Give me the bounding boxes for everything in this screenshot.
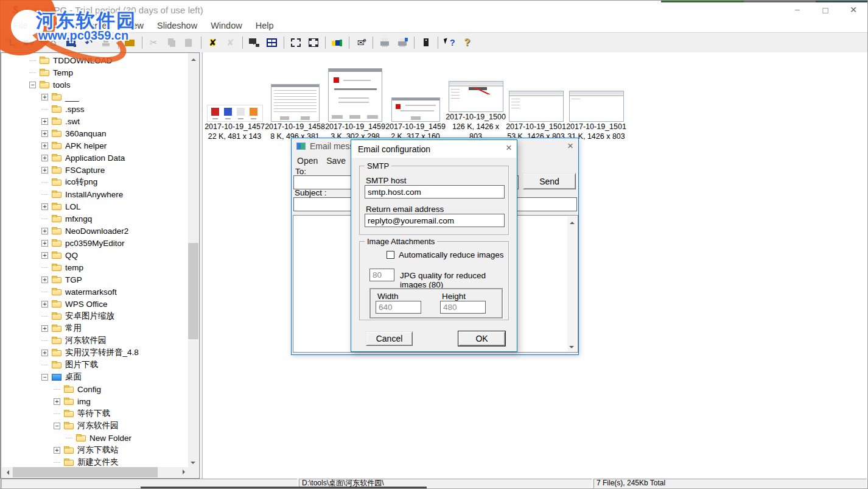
tree-horizontal-scrollbar[interactable]	[2, 467, 188, 477]
tree-item[interactable]: Temp	[2, 66, 187, 79]
tree-item[interactable]: .swt	[2, 115, 187, 127]
tree-item[interactable]: Config	[2, 383, 187, 395]
email-menu-item[interactable]: Open	[293, 156, 322, 166]
toolbar-button[interactable]	[122, 35, 138, 51]
tree-vertical-scrollbar[interactable]	[188, 53, 198, 467]
maximize-button[interactable]	[811, 1, 839, 19]
tree-toggle-icon[interactable]	[41, 130, 48, 137]
tree-item[interactable]: 河东下载站	[2, 444, 187, 456]
tree-toggle-icon[interactable]	[41, 289, 48, 295]
scroll-left-icon[interactable]	[4, 470, 9, 475]
tree-item[interactable]: img	[2, 395, 187, 407]
toolbar-button[interactable]	[441, 35, 458, 51]
tree-item[interactable]: QQ	[2, 249, 187, 261]
tree-toggle-icon[interactable]	[41, 252, 48, 259]
tree-item[interactable]: WPS Office	[2, 298, 187, 310]
toolbar-button[interactable]	[222, 35, 239, 51]
tree-item[interactable]: 等待下载	[2, 407, 187, 420]
tree-toggle-icon[interactable]	[41, 374, 48, 381]
toolbar-button[interactable]	[287, 35, 304, 51]
email-menu-item[interactable]: Save	[322, 156, 350, 166]
scroll-down-icon[interactable]	[191, 462, 195, 466]
tree-item[interactable]: 新建文件夹	[2, 456, 187, 466]
tree-toggle-icon[interactable]	[41, 325, 48, 332]
tree-toggle-icon[interactable]	[41, 94, 48, 100]
toolbar-button[interactable]	[80, 35, 97, 51]
toolbar-button[interactable]	[145, 35, 162, 51]
tree-item[interactable]: ico转png	[2, 176, 187, 188]
toolbar-button[interactable]	[163, 35, 180, 51]
tree-item[interactable]: New Folder	[2, 432, 187, 444]
tree-toggle-icon[interactable]	[41, 240, 48, 247]
toolbar-button[interactable]	[205, 35, 221, 51]
tree-item[interactable]: NeoDownloader2	[2, 225, 187, 237]
tree-item[interactable]: mfxngq	[2, 213, 187, 225]
tree-item[interactable]: 图片下载	[2, 359, 187, 371]
tree-toggle-icon[interactable]	[54, 447, 60, 454]
tree-toggle-icon[interactable]	[41, 118, 48, 125]
tree-toggle-icon[interactable]	[66, 435, 72, 442]
tree-item[interactable]: watermarksoft	[2, 286, 187, 298]
close-icon[interactable]: ×	[506, 142, 512, 154]
thumbnail-item[interactable]: 2017-10-19_1459 2 K, 317 x 160	[385, 66, 446, 141]
scrollbar-thumb[interactable]	[188, 243, 198, 339]
tree-item[interactable]: 桌面	[2, 371, 187, 383]
scroll-right-icon[interactable]	[183, 470, 187, 474]
toolbar-button[interactable]	[459, 35, 475, 51]
tree-toggle-icon[interactable]	[41, 228, 48, 234]
tree-toggle-icon[interactable]	[41, 167, 48, 174]
tree-item[interactable]: pc0359MyEditor	[2, 237, 187, 249]
ok-button[interactable]: OK	[458, 331, 505, 346]
thumbnail-item[interactable]: 2017-10-19_1457 22 K, 481 x 143	[205, 66, 265, 141]
tree-item[interactable]: temp	[2, 261, 187, 273]
close-icon[interactable]: ×	[567, 140, 573, 152]
toolbar-button[interactable]	[376, 35, 393, 51]
thumbnail-item[interactable]: 2017-10-19_1500 126 K, 868 x 489	[446, 56, 506, 141]
thumbnail-item[interactable]: 2017-10-19_1458 8 K, 496 x 381	[265, 66, 325, 141]
tree-toggle-icon[interactable]	[41, 106, 48, 113]
toolbar-button[interactable]	[21, 35, 38, 51]
toolbar-button[interactable]	[394, 35, 410, 51]
menu-item[interactable]: View	[118, 21, 150, 30]
tree-toggle-icon[interactable]	[41, 191, 48, 198]
width-input[interactable]	[376, 301, 421, 314]
tree-item[interactable]: TGP	[2, 273, 187, 286]
tree-item[interactable]: 实用汉字转拼音_4.8	[2, 347, 187, 359]
scroll-up-icon[interactable]	[191, 56, 196, 61]
minimize-button[interactable]	[783, 1, 811, 19]
menu-item[interactable]: Slideshow	[150, 21, 204, 30]
tree-toggle-icon[interactable]	[41, 313, 48, 320]
thumbnail-item[interactable]: 2017-10-19_1501 53 K, 868 x 489	[506, 66, 566, 141]
tree-item[interactable]: InstallAnywhere	[2, 188, 187, 200]
smtp-host-input[interactable]	[365, 185, 505, 199]
toolbar-button[interactable]	[246, 35, 262, 51]
close-button[interactable]	[839, 1, 867, 19]
tree-item[interactable]: 河东软件园	[2, 420, 187, 432]
toolbar-button[interactable]	[63, 35, 79, 51]
tree-item[interactable]: TDDOWNLOAD	[2, 54, 187, 66]
menu-item[interactable]: Favorites	[68, 21, 118, 30]
tree-toggle-icon[interactable]	[41, 337, 48, 344]
tree-toggle-icon[interactable]	[41, 350, 48, 356]
tree-toggle-icon[interactable]	[41, 216, 48, 222]
tree-toggle-icon[interactable]	[29, 57, 36, 64]
thumbnail-item[interactable]: 2017-10-19_1459 3 K, 302 x 298	[325, 66, 385, 141]
tree-toggle-icon[interactable]	[41, 276, 48, 283]
menu-item[interactable]: Window	[204, 21, 249, 30]
menu-item[interactable]: File	[7, 21, 34, 30]
tree-toggle-icon[interactable]	[41, 179, 48, 186]
tree-toggle-icon[interactable]	[54, 386, 60, 393]
tree-toggle-icon[interactable]	[41, 155, 48, 161]
toolbar-button[interactable]	[98, 35, 114, 51]
tree-item[interactable]: .spss	[2, 103, 187, 115]
toolbar-button[interactable]	[4, 35, 20, 51]
toolbar-button[interactable]	[181, 35, 197, 51]
tree-item[interactable]: ___	[2, 91, 187, 103]
tree-item[interactable]: 河东软件园	[2, 334, 187, 347]
tree-item[interactable]: 常用	[2, 322, 187, 334]
tree-toggle-icon[interactable]	[41, 301, 48, 308]
tree-toggle-icon[interactable]	[54, 459, 60, 466]
toolbar-button[interactable]	[305, 35, 321, 51]
tree-item[interactable]: 安卓图片缩放	[2, 310, 187, 322]
height-input[interactable]	[440, 301, 486, 314]
